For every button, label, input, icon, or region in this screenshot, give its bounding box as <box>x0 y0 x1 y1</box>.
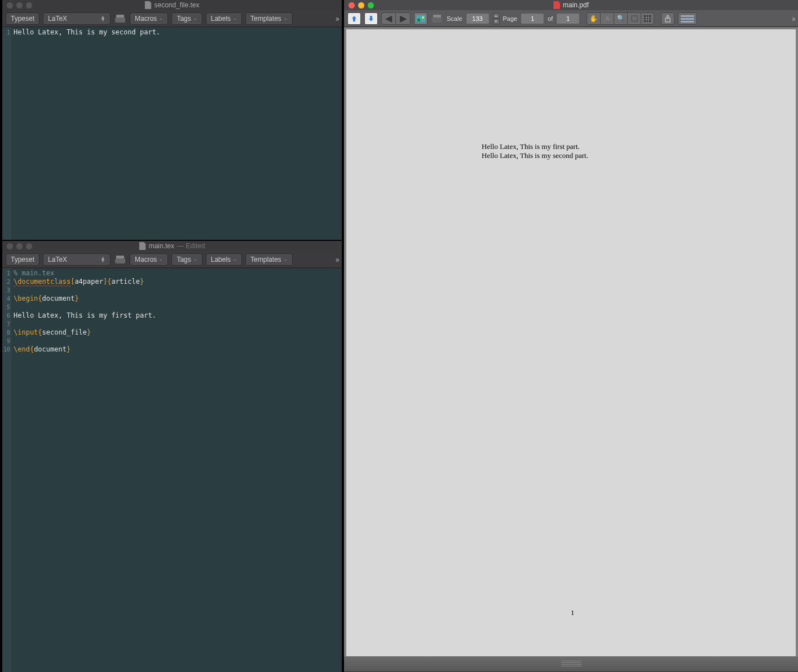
share-icon[interactable] <box>661 12 674 25</box>
editor-toolbar: Typeset LaTeX▲▼ Macros⌄ Tags⌄ Labels⌄ Te… <box>2 251 342 268</box>
sidebar-toggle-icon[interactable] <box>678 12 697 25</box>
page-current-field[interactable]: 1 <box>521 13 544 24</box>
templates-menu[interactable]: Templates⌄ <box>245 253 293 266</box>
titlebar[interactable]: main.pdf <box>344 0 798 10</box>
prev-page-button[interactable]: ◀ <box>381 12 396 25</box>
page-down-button[interactable] <box>364 12 378 25</box>
line-number: 2 <box>2 278 10 286</box>
page-up-button[interactable] <box>347 12 361 25</box>
zoom-dot[interactable] <box>368 2 374 8</box>
view-tools-group: ✋ A 🔍 <box>587 12 654 25</box>
drawer-handle[interactable] <box>344 656 798 672</box>
window-title: second_file.tex <box>144 1 199 9</box>
traffic-lights[interactable] <box>7 243 32 249</box>
pdf-toolbar: ◀ ▶ Scale 133 ▲▼ Page 1 of 1 ✋ A 🔍 ›› <box>344 10 798 27</box>
line-number: 3 <box>2 286 10 295</box>
hand-tool-icon[interactable]: ✋ <box>587 12 600 25</box>
image-tool-button[interactable] <box>414 12 427 25</box>
overflow-icon[interactable]: ›› <box>336 255 338 264</box>
pdf-file-icon <box>553 1 560 9</box>
scale-stepper[interactable]: ▲▼ <box>493 13 500 24</box>
tex-file-icon <box>144 1 151 9</box>
line-gutter: 1 <box>2 27 11 240</box>
code-token: \begin <box>14 295 38 302</box>
editor-window-main: main.tex — Edited Typeset LaTeX▲▼ Macros… <box>2 241 342 672</box>
close-dot[interactable] <box>7 243 13 249</box>
code-content[interactable]: Hello Latex, This is my second part. <box>11 27 342 240</box>
svg-rect-12 <box>681 21 694 23</box>
page-total-field: 1 <box>556 13 580 24</box>
line-number: 9 <box>2 337 10 345</box>
svg-rect-11 <box>681 18 694 20</box>
minimize-dot[interactable] <box>16 2 23 8</box>
typeset-button[interactable]: Typeset <box>6 12 39 25</box>
titlebar[interactable]: main.tex — Edited <box>2 241 342 251</box>
line-number: 7 <box>2 320 10 328</box>
chevron-down-icon: ⌄ <box>193 16 197 21</box>
overflow-icon[interactable]: ›› <box>792 14 795 23</box>
code-line: Hello Latex, This is my second part. <box>14 28 160 36</box>
pdf-viewer-window: main.pdf ◀ ▶ Scale 133 ▲▼ Page 1 of 1 ✋ … <box>344 0 798 672</box>
tags-menu[interactable]: Tags⌄ <box>171 12 202 25</box>
chevron-down-icon: ⌄ <box>193 257 197 262</box>
code-editor[interactable]: 1 Hello Latex, This is my second part. <box>2 27 342 240</box>
page-of-label: of <box>548 15 553 22</box>
templates-menu[interactable]: Templates⌄ <box>245 12 293 25</box>
traffic-lights[interactable] <box>349 2 374 8</box>
next-page-button[interactable]: ▶ <box>396 12 411 25</box>
code-editor[interactable]: 1 2 3 4 5 6 7 8 9 10 % main.tex \documen… <box>2 268 342 672</box>
tags-menu[interactable]: Tags⌄ <box>171 253 202 266</box>
scale-label: Scale <box>447 15 462 22</box>
code-content[interactable]: % main.tex \documentclass[a4paper]{artic… <box>11 268 342 672</box>
engine-select[interactable]: LaTeX▲▼ <box>43 253 111 266</box>
editor-window-second-file: second_file.tex Typeset LaTeX▲▼ Macros⌄ … <box>2 0 342 240</box>
line-number: 1 <box>2 28 10 37</box>
page-label: Page <box>503 15 518 22</box>
chevron-down-icon: ⌄ <box>284 16 288 21</box>
window-title: main.pdf <box>553 1 589 9</box>
zoom-dot[interactable] <box>26 2 32 8</box>
window-title: main.tex — Edited <box>139 242 205 250</box>
code-token: \input <box>14 328 38 336</box>
svg-point-2 <box>422 16 424 19</box>
grid-tool-icon[interactable] <box>641 12 654 25</box>
close-dot[interactable] <box>7 2 13 8</box>
line-number: 10 <box>2 345 10 354</box>
marquee-tool-icon[interactable] <box>627 12 641 25</box>
macros-menu[interactable]: Macros⌄ <box>130 12 168 25</box>
labels-menu[interactable]: Labels⌄ <box>206 12 242 25</box>
print-icon[interactable] <box>431 13 443 24</box>
pdf-viewport[interactable]: Hello Latex, This is my first part. Hell… <box>344 27 798 656</box>
print-icon[interactable] <box>114 254 126 265</box>
macros-menu[interactable]: Macros⌄ <box>130 253 168 266</box>
text-select-icon[interactable]: A <box>600 12 614 25</box>
select-arrows-icon: ▲▼ <box>100 257 105 262</box>
line-gutter: 1 2 3 4 5 6 7 8 9 10 <box>2 268 11 672</box>
chevron-down-icon: ⌄ <box>284 257 288 262</box>
traffic-lights[interactable] <box>7 2 32 8</box>
svg-rect-4 <box>644 15 651 22</box>
minimize-dot[interactable] <box>16 243 23 249</box>
zoom-dot[interactable] <box>26 243 32 249</box>
close-dot[interactable] <box>349 2 355 8</box>
tex-file-icon <box>139 242 146 250</box>
scale-field[interactable]: 133 <box>466 13 490 24</box>
minimize-dot[interactable] <box>358 2 364 8</box>
overflow-icon[interactable]: ›› <box>336 14 338 23</box>
code-line: % main.tex <box>14 269 54 277</box>
line-number: 6 <box>2 311 10 320</box>
print-icon[interactable] <box>114 13 126 24</box>
engine-select[interactable]: LaTeX▲▼ <box>43 12 111 25</box>
pdf-text-line: Hello Latex, This is my second part. <box>482 151 588 160</box>
line-number: 8 <box>2 328 10 337</box>
typeset-button[interactable]: Typeset <box>6 253 39 266</box>
prev-next-group: ◀ ▶ <box>381 12 411 25</box>
titlebar[interactable]: second_file.tex <box>2 0 342 10</box>
chevron-down-icon: ⌄ <box>159 16 163 21</box>
line-number: 4 <box>2 295 10 303</box>
title-edited-badge: — Edited <box>177 242 205 250</box>
select-arrows-icon: ▲▼ <box>100 16 105 21</box>
magnify-tool-icon[interactable]: 🔍 <box>614 12 627 25</box>
line-number: 1 <box>2 269 10 278</box>
labels-menu[interactable]: Labels⌄ <box>206 253 242 266</box>
